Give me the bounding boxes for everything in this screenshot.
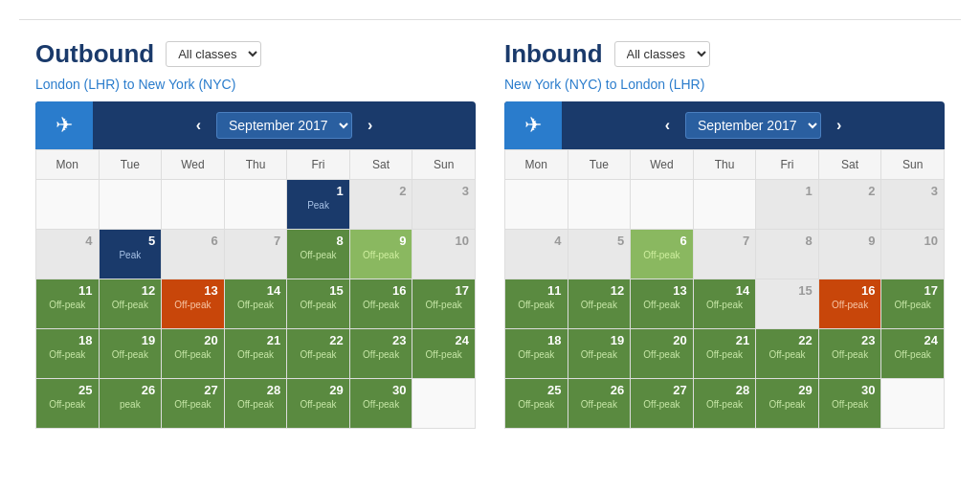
day-label: Off-peak	[700, 300, 750, 310]
list-item[interactable]: 6	[162, 230, 225, 279]
day-label: Off-peak	[105, 349, 156, 360]
day-label: Off-peak	[293, 250, 344, 260]
day-number: 20	[636, 333, 687, 347]
inbound-class-select[interactable]: All classes	[614, 41, 710, 67]
list-item[interactable]: 14Off-peak	[224, 279, 287, 329]
list-item[interactable]: 12Off-peak	[99, 279, 162, 329]
outbound-title: Outbound	[35, 39, 154, 69]
day-label: peak	[105, 399, 156, 410]
list-item[interactable]: 12Off-peak	[568, 279, 631, 329]
list-item[interactable]: 4	[505, 230, 568, 279]
day-number: 22	[293, 333, 344, 347]
list-item[interactable]: 21Off-peak	[224, 329, 287, 379]
list-item[interactable]: 5Peak	[99, 230, 162, 279]
list-item[interactable]: 18Off-peak	[36, 329, 100, 379]
list-item[interactable]: 14Off-peak	[693, 279, 756, 329]
day-label: Off-peak	[231, 399, 281, 410]
list-item[interactable]: 11Off-peak	[36, 279, 100, 329]
day-label: Off-peak	[293, 300, 344, 310]
list-item[interactable]: 28Off-peak	[224, 379, 287, 429]
list-item[interactable]: 30Off-peak	[818, 379, 881, 429]
list-item[interactable]: 29Off-peak	[756, 379, 819, 429]
list-item[interactable]: 15Off-peak	[287, 279, 350, 329]
list-item[interactable]: 24Off-peak	[881, 329, 945, 379]
day-label: Off-peak	[574, 349, 625, 360]
outbound-class-select[interactable]: All classes	[166, 41, 261, 67]
list-item[interactable]: 21Off-peak	[693, 329, 756, 379]
list-item[interactable]: 28Off-peak	[693, 379, 756, 429]
list-item[interactable]: 27Off-peak	[631, 379, 694, 429]
day-label: Off-peak	[762, 349, 813, 360]
list-item[interactable]: 10	[412, 230, 476, 279]
day-label: Off-peak	[574, 300, 625, 310]
list-item[interactable]: 1	[756, 180, 819, 230]
inbound-month-select[interactable]: September 2017	[685, 112, 821, 139]
list-item[interactable]: 6Off-peak	[631, 230, 694, 279]
list-item[interactable]: 30Off-peak	[349, 379, 412, 429]
day-number: 3	[887, 184, 938, 198]
list-item[interactable]: 3	[412, 180, 476, 230]
outbound-route: London (LHR) to New York (NYC)	[35, 77, 476, 92]
list-item[interactable]: 3	[881, 180, 945, 230]
list-item[interactable]: 17Off-peak	[412, 279, 476, 329]
list-item[interactable]: 9	[818, 230, 881, 279]
list-item	[881, 379, 945, 429]
list-item[interactable]: 22Off-peak	[287, 329, 350, 379]
day-label: Off-peak	[356, 399, 407, 410]
list-item[interactable]: 13Off-peak	[162, 279, 225, 329]
list-item[interactable]: 4	[36, 230, 100, 279]
list-item[interactable]: 24Off-peak	[412, 329, 476, 379]
list-item[interactable]: 23Off-peak	[818, 329, 881, 379]
list-item[interactable]: 27Off-peak	[162, 379, 225, 429]
list-item[interactable]: 17Off-peak	[881, 279, 945, 329]
list-item[interactable]: 19Off-peak	[99, 329, 162, 379]
table-row: 25Off-peak26peak27Off-peak28Off-peak29Of…	[36, 379, 476, 429]
list-item[interactable]: 11Off-peak	[505, 279, 568, 329]
outbound-header-tue: Tue	[99, 150, 162, 180]
list-item[interactable]: 26Off-peak	[568, 379, 631, 429]
outbound-calendar-table: Mon Tue Wed Thu Fri Sat Sun 1Peak2345Pea…	[35, 149, 476, 429]
outbound-prev-btn[interactable]: ‹	[189, 113, 209, 138]
day-label: Off-peak	[574, 399, 625, 410]
list-item[interactable]: 7	[224, 230, 287, 279]
list-item[interactable]: 16Off-peak	[349, 279, 412, 329]
day-label: Off-peak	[42, 399, 93, 410]
list-item[interactable]: 26peak	[99, 379, 162, 429]
inbound-cal-nav: ✈ ‹ September 2017 ›	[504, 101, 945, 149]
list-item[interactable]: 25Off-peak	[36, 379, 100, 429]
day-number: 4	[42, 234, 93, 248]
outbound-month-select[interactable]: September 2017	[216, 112, 352, 139]
list-item[interactable]: 8Off-peak	[287, 230, 350, 279]
list-item[interactable]: 29Off-peak	[287, 379, 350, 429]
day-number: 2	[356, 184, 407, 198]
day-number: 6	[167, 234, 218, 248]
list-item[interactable]: 20Off-peak	[162, 329, 225, 379]
inbound-header-fri: Fri	[756, 150, 819, 180]
inbound-nav-controls: ‹ September 2017 ›	[562, 112, 945, 139]
list-item[interactable]: 15	[756, 279, 819, 329]
list-item[interactable]: 19Off-peak	[568, 329, 631, 379]
list-item[interactable]: 1Peak	[287, 180, 350, 230]
list-item[interactable]: 23Off-peak	[349, 329, 412, 379]
list-item[interactable]: 10	[881, 230, 945, 279]
list-item[interactable]: 13Off-peak	[631, 279, 694, 329]
list-item[interactable]: 5	[568, 230, 631, 279]
list-item[interactable]: 22Off-peak	[756, 329, 819, 379]
outbound-plane-icon: ✈	[35, 101, 93, 149]
list-item[interactable]: 25Off-peak	[505, 379, 568, 429]
list-item[interactable]: 20Off-peak	[631, 329, 694, 379]
inbound-header: Inbound All classes	[504, 39, 945, 69]
list-item[interactable]: 2	[818, 180, 881, 230]
list-item[interactable]: 9Off-peak	[349, 230, 412, 279]
list-item[interactable]: 7	[693, 230, 756, 279]
inbound-title: Inbound	[504, 39, 603, 69]
list-item[interactable]: 16Off-peak	[818, 279, 881, 329]
list-item[interactable]: 2	[349, 180, 412, 230]
day-number: 30	[356, 383, 407, 397]
list-item[interactable]: 8	[756, 230, 819, 279]
list-item[interactable]: 18Off-peak	[505, 329, 568, 379]
outbound-next-btn[interactable]: ›	[360, 113, 380, 138]
inbound-prev-btn[interactable]: ‹	[657, 113, 678, 138]
inbound-next-btn[interactable]: ›	[829, 113, 849, 138]
outbound-nav-controls: ‹ September 2017 ›	[93, 112, 476, 139]
